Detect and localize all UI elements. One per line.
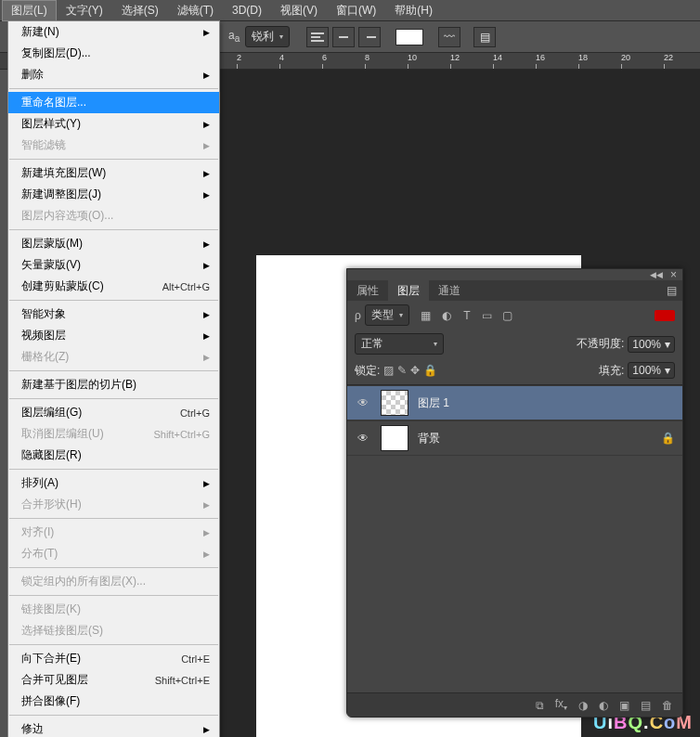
menu-item[interactable]: 修边▶ [8, 718, 219, 737]
menu-item[interactable]: 复制图层(D)... [8, 43, 219, 64]
filter-adjust-icon[interactable]: ◐ [439, 308, 454, 323]
menu-item-label: 锁定组内的所有图层(X)... [21, 574, 146, 589]
close-icon[interactable]: × [670, 268, 677, 281]
menu-item-label: 复制图层(D)... [21, 45, 91, 61]
menu-separator [9, 398, 218, 399]
menu-item-label: 栅格化(Z) [21, 349, 69, 365]
panel-menu-icon[interactable]: ▤ [667, 284, 677, 297]
character-panel-button[interactable]: ▤ [473, 27, 496, 47]
color-swatch[interactable] [395, 29, 423, 45]
menu-item-label: 分布(T) [21, 546, 58, 562]
menu-item[interactable]: 排列(A)▶ [8, 472, 219, 494]
layer-row[interactable]: 👁背景🔒 [347, 420, 682, 456]
menu-item[interactable]: 新建(N)▶ [8, 21, 219, 43]
menu-item[interactable]: 拼合图像(F) [8, 691, 219, 712]
menubar-item-3[interactable]: 滤镜(T) [168, 0, 223, 21]
align-center-button[interactable] [332, 27, 355, 47]
menu-item[interactable]: 创建剪贴蒙版(C)Alt+Ctrl+G [8, 276, 219, 297]
filter-shape-icon[interactable]: ▭ [480, 308, 495, 323]
panel-tab[interactable]: 属性 [347, 279, 388, 303]
layer-name: 图层 1 [418, 395, 449, 411]
filter-pixel-icon[interactable]: ▦ [419, 308, 434, 323]
layer-filter-row: ρ 类型 ▾ ▦ ◐ T ▭ ▢ [347, 301, 682, 330]
menu-item[interactable]: 新建填充图层(W)▶ [8, 162, 219, 184]
filter-type-select[interactable]: 类型 ▾ [365, 304, 409, 326]
menu-item: 智能滤镜▶ [8, 135, 219, 156]
group-icon[interactable]: ▣ [619, 699, 629, 712]
menu-item: 分布(T)▶ [8, 543, 219, 564]
panel-tab[interactable]: 通道 [429, 279, 470, 303]
menubar-item-7[interactable]: 帮助(H) [385, 0, 442, 21]
menu-item[interactable]: 图层蒙版(M)▶ [8, 233, 219, 254]
menu-item[interactable]: 视频图层▶ [8, 325, 219, 346]
menu-item-label: 合并形状(H) [21, 497, 82, 512]
menu-item[interactable]: 图层样式(Y)▶ [8, 113, 219, 135]
panel-tab[interactable]: 图层 [388, 279, 429, 303]
menubar-item-4[interactable]: 3D(D) [223, 1, 271, 19]
antialias-select[interactable]: 锐利 ▾ [245, 26, 290, 47]
filter-text-icon[interactable]: T [460, 308, 474, 323]
menu-item[interactable]: 隐藏图层(R) [8, 445, 219, 466]
lock-pos-icon[interactable]: ✥ [410, 364, 420, 377]
menu-item-label: 合并可见图层 [21, 672, 88, 688]
menu-item-label: 图层蒙版(M) [21, 236, 83, 252]
fx-icon[interactable]: fx▾ [555, 697, 567, 712]
menubar-item-2[interactable]: 选择(S) [112, 0, 168, 21]
menubar-item-0[interactable]: 图层(L) [2, 0, 57, 21]
opacity-input[interactable]: 100% ▾ [628, 336, 675, 353]
submenu-arrow-icon: ▶ [203, 528, 210, 537]
lock-all-icon[interactable]: 🔒 [423, 364, 437, 377]
submenu-arrow-icon: ▶ [203, 71, 210, 80]
layer-thumbnail[interactable] [381, 425, 408, 451]
menu-item[interactable]: 智能对象▶ [8, 304, 219, 325]
adjustment-icon[interactable]: ◐ [599, 699, 608, 712]
ruler-tick: 2 [237, 53, 241, 62]
menu-item[interactable]: 矢量蒙版(V)▶ [8, 254, 219, 276]
fill-input[interactable]: 100% ▾ [628, 362, 675, 379]
menu-separator [9, 229, 218, 230]
menu-item-label: 隐藏图层(R) [21, 447, 82, 463]
menu-item[interactable]: 合并可见图层Shift+Ctrl+E [8, 669, 219, 691]
delete-icon[interactable]: 🗑 [662, 699, 673, 712]
menu-item-shortcut: Ctrl+E [181, 653, 210, 665]
filter-toggle[interactable] [655, 310, 675, 321]
menubar: 图层(L)文字(Y)选择(S)滤镜(T)3D(D)视图(V)窗口(W)帮助(H) [0, 0, 700, 20]
menu-item[interactable]: 新建调整图层(J)▶ [8, 184, 219, 205]
menu-item-label: 新建调整图层(J) [21, 187, 101, 202]
align-left-button[interactable] [306, 27, 329, 47]
layer-row[interactable]: 👁图层 1 [347, 385, 682, 420]
menu-item[interactable]: 图层编组(G)Ctrl+G [8, 402, 219, 423]
mask-icon[interactable]: ◑ [578, 699, 588, 712]
filter-smart-icon[interactable]: ▢ [500, 308, 515, 323]
warp-text-button[interactable]: 〰 [438, 27, 460, 47]
menubar-item-6[interactable]: 窗口(W) [327, 0, 385, 21]
new-layer-icon[interactable]: ▤ [641, 699, 651, 712]
visibility-icon[interactable]: 👁 [355, 432, 371, 445]
collapse-icon[interactable]: ◀◀ [650, 270, 663, 279]
ruler-tick: 12 [450, 53, 460, 62]
menu-item[interactable]: 向下合并(E)Ctrl+E [8, 648, 219, 669]
menubar-item-5[interactable]: 视图(V) [271, 0, 327, 21]
visibility-icon[interactable]: 👁 [355, 396, 371, 409]
chevron-down-icon: ▾ [399, 311, 403, 319]
menu-item-label: 删除 [21, 67, 44, 83]
submenu-arrow-icon: ▶ [203, 331, 210, 341]
align-right-button[interactable] [358, 27, 381, 47]
blend-mode-select[interactable]: 正常 ▾ [355, 333, 444, 355]
lock-trans-icon[interactable]: ▨ [383, 364, 394, 377]
menu-item[interactable]: 删除▶ [8, 64, 219, 85]
link-layers-icon[interactable]: ⧉ [536, 699, 544, 712]
lock-pixel-icon[interactable]: ✎ [397, 364, 407, 377]
ruler-tick: 10 [408, 53, 417, 62]
menu-separator [9, 518, 218, 519]
fill-label: 填充: [599, 363, 624, 379]
menu-item-label: 智能滤镜 [21, 137, 66, 153]
menubar-item-1[interactable]: 文字(Y) [57, 0, 112, 21]
menu-item[interactable]: 重命名图层... [8, 92, 219, 113]
lock-icon[interactable]: 🔒 [661, 432, 675, 445]
menu-item: 栅格化(Z)▶ [8, 346, 219, 368]
menu-item-label: 智能对象 [21, 306, 66, 322]
submenu-arrow-icon: ▶ [203, 261, 210, 270]
layer-thumbnail[interactable] [381, 390, 408, 416]
menu-item[interactable]: 新建基于图层的切片(B) [8, 374, 219, 395]
